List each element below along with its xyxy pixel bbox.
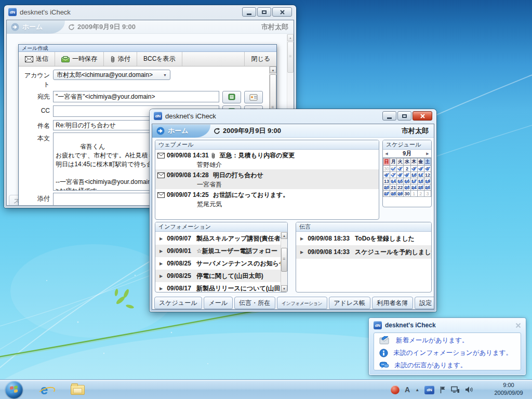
scroll-up-button[interactable]: ▲: [270, 66, 276, 73]
calendar-day[interactable]: 25: [417, 184, 424, 191]
network-icon[interactable]: [451, 386, 460, 393]
calendar-day[interactable]: 29: [397, 191, 404, 197]
calendar-day[interactable]: 31: [390, 166, 397, 172]
tab-item[interactable]: スケジュール: [154, 297, 202, 309]
tab-item[interactable]: メール: [204, 297, 233, 309]
close-button[interactable]: [413, 111, 432, 121]
icheck-tray-icon[interactable]: dN: [424, 385, 434, 394]
notification-close-button[interactable]: [515, 323, 521, 328]
notification-item[interactable]: 未読の伝言があります。: [374, 359, 521, 371]
calendar-day[interactable]: 19: [424, 178, 431, 184]
scroll-up-button[interactable]: ▲: [287, 34, 294, 41]
to-field[interactable]: [53, 91, 219, 102]
calendar-day[interactable]: 7: [390, 172, 397, 178]
calendar-day[interactable]: 21: [390, 184, 397, 191]
calendar-day[interactable]: 3: [410, 166, 417, 172]
information-item[interactable]: ▶ 09/09/07 製品スキルアップ講習(責任者: [155, 232, 281, 245]
calendar-day[interactable]: 16: [404, 178, 410, 184]
calendar-day[interactable]: 30: [383, 166, 390, 172]
icheck-window-front[interactable]: dN desknet's iCheck ホーム 2009年9月9日 9:00: [150, 109, 436, 312]
calendar-day[interactable]: 30: [404, 191, 410, 197]
scroll-up-button[interactable]: ▲: [281, 232, 287, 239]
memo-item[interactable]: ▶ 09/09/08 14:33 スケジュールを予約しました: [296, 245, 431, 259]
minimize-button[interactable]: [382, 111, 396, 121]
scroll-thumb[interactable]: [287, 42, 294, 73]
show-bcc-button[interactable]: BCCを表示: [137, 52, 182, 66]
calendar-day[interactable]: 17: [410, 178, 417, 184]
calendar-day[interactable]: 2: [404, 166, 410, 172]
titlebar[interactable]: dN desknet's iCheck: [4, 5, 296, 19]
calendar-day[interactable]: 8: [397, 172, 404, 178]
save-draft-button[interactable]: 一時保存: [55, 52, 104, 66]
tab-home[interactable]: ホーム: [152, 124, 210, 138]
ime-indicator[interactable]: A: [405, 385, 410, 394]
information-item[interactable]: ▶ 09/09/01 ☆新規ユーザー電話フォロー: [155, 245, 281, 257]
calendar-day[interactable]: 14: [390, 178, 397, 184]
refresh-icon[interactable]: [68, 23, 75, 33]
calendar-day[interactable]: 23: [404, 184, 410, 191]
start-button[interactable]: [5, 381, 23, 398]
memo-item[interactable]: ▶ 09/09/08 18:33 ToDoを登録しました: [296, 232, 431, 245]
calendar-day[interactable]: 10: [410, 172, 417, 178]
next-month-button[interactable]: ▶: [424, 152, 431, 156]
calendar-day[interactable]: 1: [397, 166, 404, 172]
tab-home[interactable]: ホーム: [7, 20, 65, 34]
tab-item[interactable]: 設定: [415, 297, 434, 309]
user-list-button[interactable]: [244, 91, 263, 103]
dialog-close-button[interactable]: 閉じる: [244, 52, 276, 66]
calendar-day[interactable]: 13: [383, 178, 390, 184]
scroll-down-button[interactable]: ▼: [281, 285, 287, 292]
prev-month-button[interactable]: ◀: [383, 152, 390, 156]
calendar-day[interactable]: 2: [417, 191, 424, 197]
maximize-button[interactable]: [257, 7, 271, 17]
tab-item[interactable]: アドレス帳: [329, 297, 370, 309]
maximize-button[interactable]: [397, 111, 411, 121]
notification-item[interactable]: 新着メールがあります。: [374, 334, 521, 347]
address-book-button[interactable]: [222, 91, 241, 103]
calendar-day[interactable]: 24: [410, 184, 417, 191]
calendar-day[interactable]: 5: [424, 166, 431, 172]
titlebar[interactable]: dN desknet's iCheck: [150, 109, 436, 123]
internet-explorer-button[interactable]: e: [36, 382, 52, 397]
account-select[interactable]: 市村太郎<ichimura@your.domain> ▼: [53, 70, 170, 80]
information-item[interactable]: ▶ 09/08/17 新製品リリースについて(山田: [155, 282, 281, 292]
attach-button[interactable]: 添付: [104, 52, 137, 66]
tab-item[interactable]: 利用者名簿: [372, 297, 413, 309]
action-center-flag-icon[interactable]: [440, 386, 446, 394]
tab-item[interactable]: インフォメーション: [277, 297, 327, 309]
calendar-day[interactable]: 11: [417, 172, 424, 178]
calendar-day[interactable]: 3: [424, 191, 431, 197]
security-tray-icon[interactable]: [391, 385, 400, 394]
calendar-day[interactable]: 9: [404, 172, 410, 178]
calendar-day[interactable]: 12: [424, 172, 431, 178]
calendar-day[interactable]: 18: [417, 178, 424, 184]
information-scrollbar[interactable]: ▲ ▼: [281, 232, 287, 292]
taskbar-clock[interactable]: 9:00 2009/09/09: [487, 381, 530, 397]
webmail-item[interactable]: 09/09/08 14:31至急：見積もり内容の変更 菅野雄介: [155, 150, 379, 169]
webmail-item[interactable]: 09/09/07 14:25お世話になっております。 鷲尾元気: [155, 189, 379, 209]
scroll-thumb[interactable]: [281, 248, 287, 272]
tab-item[interactable]: 伝言・所在: [234, 297, 275, 309]
calendar-day[interactable]: 15: [397, 178, 404, 184]
send-button[interactable]: 送信: [19, 52, 55, 66]
information-item[interactable]: ▶ 09/08/25 停電に関して(山田太郎): [155, 270, 281, 282]
volume-icon[interactable]: [465, 386, 473, 393]
information-item[interactable]: ▶ 09/08/25 サーバメンテナンスのお知らせ: [155, 257, 281, 270]
calendar-day[interactable]: 27: [383, 191, 390, 197]
calendar-day[interactable]: 22: [397, 184, 404, 191]
notification-item[interactable]: 未読のインフォメーションがあります。: [374, 347, 521, 359]
close-button[interactable]: [272, 7, 292, 17]
calendar-day[interactable]: 4: [417, 166, 424, 172]
show-hidden-icons-button[interactable]: ▲: [415, 388, 419, 392]
calendar-day[interactable]: 20: [383, 184, 390, 191]
home-tab-label: ホーム: [22, 22, 43, 32]
explorer-folder-button[interactable]: [70, 382, 85, 397]
minimize-button[interactable]: [242, 7, 256, 17]
dialog-titlebar[interactable]: メール作成: [19, 45, 276, 52]
calendar-day[interactable]: 1: [410, 191, 417, 197]
calendar-day[interactable]: 6: [383, 172, 390, 178]
calendar-day[interactable]: 28: [390, 191, 397, 197]
calendar-day[interactable]: 26: [424, 184, 431, 191]
refresh-icon[interactable]: [214, 127, 220, 137]
webmail-item[interactable]: 09/09/08 14:28明日の打ち合わせ 一宮省吾: [155, 169, 379, 189]
